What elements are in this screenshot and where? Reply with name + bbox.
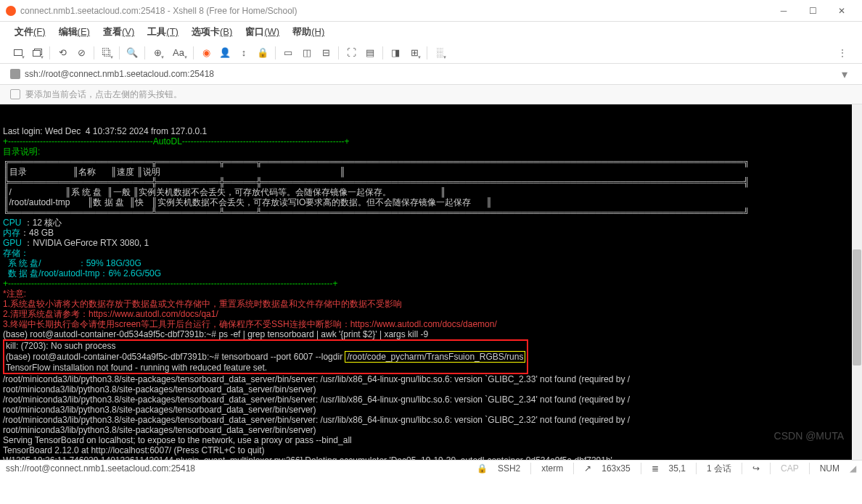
term-line: (base) root@autodl-container-0d534a9f5c-… xyxy=(3,329,428,339)
app-logo-icon xyxy=(6,6,16,16)
term-line: +---------------------------------------… xyxy=(3,136,350,146)
menu-tool[interactable]: 工具(T) xyxy=(143,24,183,40)
lock-addr-icon xyxy=(10,69,20,79)
highlight-box-yellow: /root/code_pycharm/TransFsuion_RGBS/runs xyxy=(345,351,525,363)
minimize-button[interactable]: ─ xyxy=(769,2,798,20)
tip-icon[interactable] xyxy=(10,89,20,99)
term-line: Last login: Wed Dec 4 10:37:52 2024 from… xyxy=(3,126,207,136)
sync-icon[interactable]: ↕ xyxy=(236,45,252,61)
status-link-icon: ↪ xyxy=(752,463,760,474)
address-text[interactable]: ssh://root@connect.nmb1.seetacloud.com:2… xyxy=(25,69,833,79)
term-line: ║/ ║系 统 盘 ║一般 ║实例关机数据不会丢失，可存放代码等。会随保存镜像一… xyxy=(3,187,446,197)
layout1-icon[interactable]: ▭ xyxy=(280,45,296,61)
menu-help[interactable]: 帮助(H) xyxy=(288,24,329,40)
tools-icon[interactable]: ░ xyxy=(432,45,448,61)
menu-window[interactable]: 窗口(W) xyxy=(241,24,284,40)
disconnect-icon[interactable]: ⊘ xyxy=(73,45,89,61)
encoding-icon[interactable]: ⊕ xyxy=(149,45,165,61)
layout3-icon[interactable]: ⊟ xyxy=(318,45,334,61)
term-line: /root/miniconda3/lib/python3.8/site-pack… xyxy=(3,374,630,384)
term-line: TensorBoard 2.12.0 at http://localhost:6… xyxy=(3,445,265,455)
open-session-icon[interactable] xyxy=(29,45,45,61)
term-line: root/miniconda3/lib/python3.8/site-packa… xyxy=(3,384,316,394)
term-line: 1.系统盘较小请将大的数据存放于数据盘或文件存储中，重置系统时数据盘和文件存储中… xyxy=(3,299,402,309)
term-line: 3.终端中长期执行命令请使用screen等工具开后台运行，确保程序不受SSH连接… xyxy=(3,319,497,329)
term-line: Serving TensorBoard on localhost; to exp… xyxy=(3,435,352,445)
resize-grip-icon[interactable]: ◢ xyxy=(850,463,856,474)
profile-icon[interactable]: 👤 xyxy=(217,45,233,61)
address-dropdown-icon[interactable]: ▾ xyxy=(837,67,852,81)
status-ssh: SSH2 xyxy=(498,463,520,474)
lock-icon[interactable]: 🔒 xyxy=(255,45,271,61)
scrollbar-thumb[interactable] xyxy=(853,249,861,365)
term-line: 2.清理系统盘请参考：https://www.autodl.com/docs/q… xyxy=(3,309,218,319)
search-icon[interactable]: 🔍 xyxy=(124,45,140,61)
term-line: 目录说明: xyxy=(3,146,40,157)
term-line: 系 统 盘/ ：59% 18G/30G xyxy=(3,258,141,268)
term-line: *注意: xyxy=(3,289,28,299)
more-icon[interactable]: ⋮ xyxy=(833,47,852,59)
script-icon[interactable]: ▤ xyxy=(362,45,378,61)
highlight-box-red: kill: (7203): No such process (base) roo… xyxy=(3,339,528,374)
term-line: root/miniconda3/lib/python3.8/site-packa… xyxy=(3,405,316,415)
menu-view[interactable]: 查看(V) xyxy=(99,24,139,40)
term-line: CPU ：12 核心 xyxy=(3,218,62,228)
term-line: /root/miniconda3/lib/python3.8/site-pack… xyxy=(3,415,630,425)
layout-grid-icon[interactable]: ⊞ xyxy=(406,45,422,61)
term-line: ║目录 ║名称 ║速度 ║说明 ║ xyxy=(3,167,345,177)
status-caps: CAP xyxy=(781,463,799,474)
maximize-button[interactable]: ☐ xyxy=(798,2,827,20)
status-size-icon: ↗ xyxy=(584,463,591,474)
status-sessions: 1 会话 xyxy=(707,463,731,475)
menu-edit[interactable]: 编辑(E) xyxy=(54,24,94,40)
status-connection: ssh://root@connect.nmb1.seetacloud.com:2… xyxy=(6,463,467,474)
font-icon[interactable]: Aa xyxy=(168,45,189,61)
status-term: xterm xyxy=(541,463,563,474)
term-line: ║/root/autodl-tmp ║数 据 盘 ║快 ║实例关机数据不会丢失，… xyxy=(3,197,492,207)
new-session-icon[interactable] xyxy=(10,45,26,61)
term-line: 内存：48 GB xyxy=(3,228,54,238)
fullscreen-icon[interactable]: ⛶ xyxy=(343,45,359,61)
term-line: ╠═══════════════════════╬══════════╬════… xyxy=(3,177,750,187)
status-pos: 35,1 xyxy=(669,463,686,474)
term-line: root/miniconda3/lib/python3.8/site-packa… xyxy=(3,425,316,435)
status-size: 163x35 xyxy=(602,463,630,474)
menu-file[interactable]: 文件(F) xyxy=(10,24,50,40)
layout-v-icon[interactable]: ◨ xyxy=(387,45,403,61)
status-ssh-icon: 🔒 xyxy=(477,463,488,474)
term-line: +---------------------------------------… xyxy=(3,278,338,289)
term-line: GPU ：NVIDIA GeForce RTX 3080, 1 xyxy=(3,238,149,248)
close-button[interactable]: ✕ xyxy=(827,2,856,20)
reconnect-icon[interactable]: ⟲ xyxy=(54,45,70,61)
watermark: CSDN @MUTA xyxy=(774,431,844,441)
term-line: 数 据 盘/root/autodl-tmp：6% 2.6G/50G xyxy=(3,268,161,278)
status-pos-icon: ≣ xyxy=(652,463,659,474)
terminal[interactable]: Last login: Wed Dec 4 10:37:52 2024 from… xyxy=(0,104,862,460)
scrollbar[interactable] xyxy=(852,104,862,460)
tip-text: 要添加当前会话，点击左侧的箭头按钮。 xyxy=(25,88,182,101)
term-line: /root/miniconda3/lib/python3.8/site-pack… xyxy=(3,394,630,405)
term-line: 存储： xyxy=(3,248,29,258)
brand-icon[interactable]: ◉ xyxy=(198,45,214,61)
layout2-icon[interactable]: ◫ xyxy=(299,45,315,61)
term-line: W1205 19:36:11.746029 140132611430144 pl… xyxy=(3,455,612,460)
menu-tab[interactable]: 选项卡(B) xyxy=(187,24,237,40)
term-line: ╔═══════════════════════╦══════════╦════… xyxy=(3,157,750,167)
term-line: ╚═══════════════════════╩══════════╩════… xyxy=(3,207,750,218)
copy-icon[interactable]: ⿻ xyxy=(99,45,115,61)
status-num: NUM xyxy=(820,463,840,474)
window-title: connect.nmb1.seetacloud.com:25418 - Xshe… xyxy=(20,6,769,16)
